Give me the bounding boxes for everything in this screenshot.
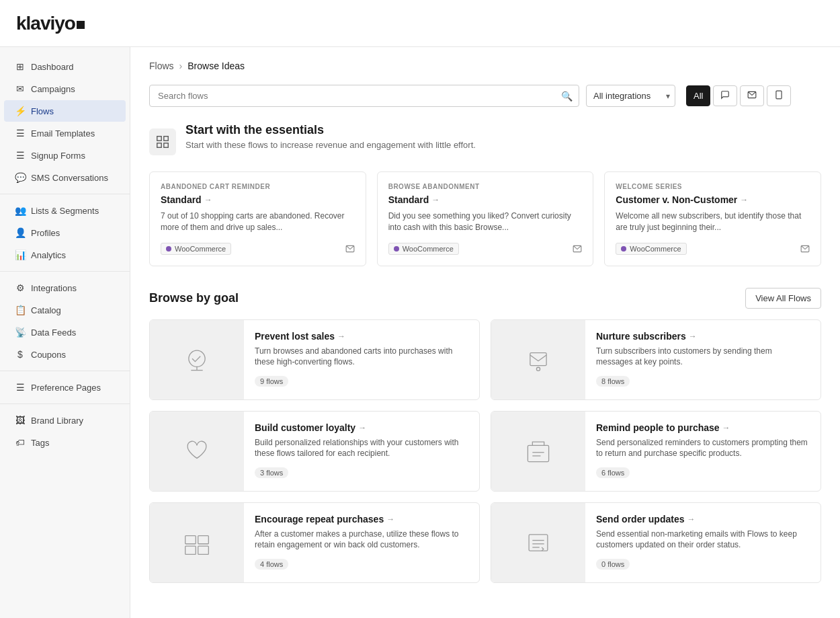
sidebar-item-tags[interactable]: 🏷 Tags [4,432,126,453]
svg-point-14 [536,367,540,371]
sidebar-item-preference-pages[interactable]: ☰ Preference Pages [4,377,126,398]
flow-card-0[interactable]: Abandoned Cart Reminder Standard → 7 out… [149,171,366,266]
sidebar-item-catalog[interactable]: 📋 Catalog [4,299,126,321]
sidebar-label-profiles: Profiles [31,228,60,238]
sidebar-label-preference: Preference Pages [31,383,101,393]
app-body: ⊞ Dashboard ✉ Campaigns ⚡ Flows ☰ Email … [0,47,840,618]
integration-filter-wrapper: All integrations WooCommerce Shopify Mag… [586,85,675,107]
filter-chat-button[interactable] [713,85,737,106]
flow-card-2-desc: Welcome all new subscribers, but identif… [616,210,810,233]
flow-card-2[interactable]: Welcome Series Customer v. Non-Customer … [604,171,821,266]
flow-card-2-badge: WooCommerce [616,243,686,255]
search-row: 🔍 All integrations WooCommerce Shopify M… [149,85,821,107]
essentials-title: Start with the essentials [185,123,476,137]
goal-section-header: Browse by goal View All Flows [149,288,821,309]
sidebar-item-brand-library[interactable]: 🖼 Brand Library [4,410,126,431]
sidebar-item-email-templates[interactable]: ☰ Email Templates [4,122,126,144]
flow-cards-row: Abandoned Cart Reminder Standard → 7 out… [149,171,821,266]
sidebar-label-catalog: Catalog [31,305,61,315]
filter-all-button[interactable]: All [686,85,710,106]
sidebar-item-lists-segments[interactable]: 👥 Lists & Segments [4,200,126,221]
sidebar-divider-2 [0,271,130,272]
goal-card-nurture-subscribers[interactable]: Nurture subscribers → Turn subscribers i… [491,319,821,400]
search-input[interactable] [149,85,579,107]
goal-card-build-loyalty[interactable]: Build customer loyalty → Build personali… [149,411,480,492]
goal-arrow-3: → [722,423,730,432]
goal-arrow-5: → [687,514,695,524]
sidebar-label-analytics: Analytics [31,250,66,260]
goal-thumb-order-updates [491,503,585,582]
sidebar-label-data-feeds: Data Feeds [31,327,76,338]
goal-desc-nurture-subscribers: Turn subscribers into customers by sendi… [596,346,810,369]
goal-section-title: Browse by goal [149,291,239,305]
sidebar-label-campaigns: Campaigns [31,84,75,94]
sidebar-divider-3 [0,371,130,371]
flow-card-1-channels [573,244,582,254]
profiles-icon: 👤 [15,227,26,238]
search-wrapper: 🔍 [149,85,579,107]
sidebar-divider-4 [0,403,130,404]
goal-body-repeat-purchases: Encourage repeat purchases → After a cus… [244,503,479,582]
sidebar-item-data-feeds[interactable]: 📡 Data Feeds [4,321,126,343]
essentials-icon [149,128,176,155]
svg-point-10 [189,350,205,366]
sidebar-label-flows: Flows [31,106,54,116]
flow-card-1-title: Standard → [388,194,583,205]
goal-thumb-nurture-subscribers [491,320,585,399]
sidebar-item-coupons[interactable]: $ Coupons [4,344,126,365]
main-content: Flows › Browse Ideas 🔍 All integrations … [130,47,840,618]
goal-card-remind-purchase[interactable]: Remind people to purchase → Send persona… [491,411,821,492]
sidebar-label-brand-library: Brand Library [31,416,83,426]
sidebar-label-dashboard: Dashboard [31,62,74,72]
svg-rect-6 [164,143,168,147]
sidebar-item-flows[interactable]: ⚡ Flows [4,100,126,122]
breadcrumb-parent[interactable]: Flows [149,61,174,71]
goal-body-remind-purchase: Remind people to purchase → Send persona… [585,412,821,491]
sidebar-item-signup-forms[interactable]: ☰ Signup Forms [4,145,126,166]
flow-count-build-loyalty: 3 flows [255,467,288,478]
flow-card-1[interactable]: Browse Abandonment Standard → Did you se… [377,171,594,266]
goal-title-build-loyalty: Build customer loyalty → [255,422,468,433]
woo-dot-1 [394,246,399,252]
sidebar-item-integrations[interactable]: ⚙ Integrations [4,277,126,299]
sidebar-item-campaigns[interactable]: ✉ Campaigns [4,78,126,100]
goal-desc-remind-purchase: Send personalized reminders to customers… [596,437,810,460]
sidebar-label-email-templates: Email Templates [31,128,95,139]
sidebar-item-sms-conversations[interactable]: 💬 SMS Conversations [4,167,126,188]
lists-icon: 👥 [15,205,26,216]
goal-card-repeat-purchases[interactable]: Encourage repeat purchases → After a cus… [149,502,480,583]
dashboard-icon: ⊞ [15,61,26,72]
goal-grid: Prevent lost sales → Turn browses and ab… [149,319,821,583]
svg-rect-4 [164,137,168,141]
filter-email-button[interactable] [740,85,764,106]
flow-card-0-channels [345,244,355,254]
goal-title-nurture-subscribers: Nurture subscribers → [596,331,810,342]
flow-card-1-category: Browse Abandonment [388,183,583,190]
goal-title-remind-purchase: Remind people to purchase → [596,422,810,433]
sidebar-item-analytics[interactable]: 📊 Analytics [4,244,126,266]
sidebar-item-dashboard[interactable]: ⊞ Dashboard [4,56,126,77]
goal-desc-repeat-purchases: After a customer makes a purchase, utili… [255,529,468,551]
view-all-flows-button[interactable]: View All Flows [745,288,821,309]
flow-card-2-footer: WooCommerce [616,243,810,255]
logo-mark [77,21,85,29]
svg-rect-22 [529,534,548,550]
goal-card-order-updates[interactable]: Send order updates → Send essential non-… [491,502,821,583]
flow-count-prevent-lost-sales: 9 flows [255,376,288,387]
email-templates-icon: ☰ [15,128,26,139]
flow-card-0-title: Standard → [161,194,355,205]
flow-count-order-updates: 0 flows [596,559,630,570]
sidebar-item-profiles[interactable]: 👤 Profiles [4,222,126,243]
goal-body-order-updates: Send order updates → Send essential non-… [585,503,821,582]
goal-card-prevent-lost-sales[interactable]: Prevent lost sales → Turn browses and ab… [149,319,480,400]
sidebar: ⊞ Dashboard ✉ Campaigns ⚡ Flows ☰ Email … [0,47,130,618]
filter-sms-button[interactable] [767,85,791,106]
flow-card-2-category: Welcome Series [616,183,810,190]
goal-thumb-repeat-purchases [150,503,244,582]
flow-card-0-category: Abandoned Cart Reminder [161,183,355,190]
svg-rect-21 [198,546,209,554]
integration-filter-select[interactable]: All integrations WooCommerce Shopify Mag… [586,85,675,107]
svg-rect-1 [776,91,782,99]
search-icon: 🔍 [561,91,573,102]
flow-card-1-desc: Did you see something you liked? Convert… [388,210,583,233]
